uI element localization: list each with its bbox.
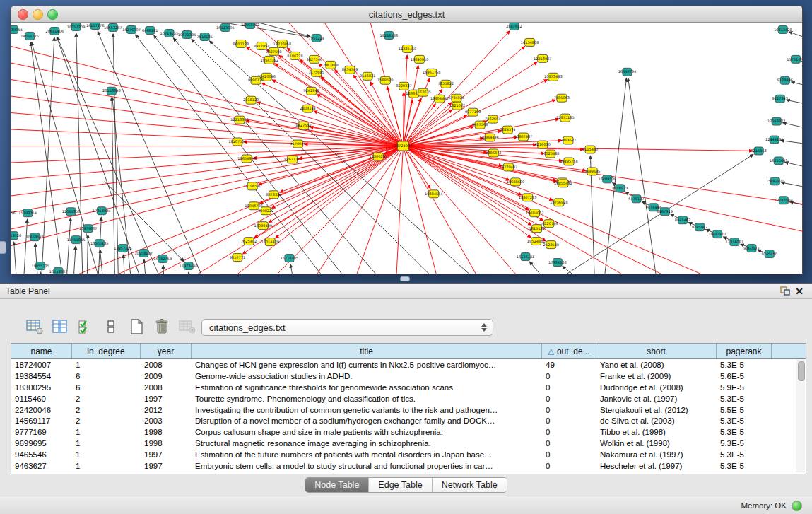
node-15751074[interactable]: 15751074 bbox=[787, 55, 802, 63]
node-19357309[interactable]: 19357309 bbox=[67, 23, 86, 30]
node-19196530[interactable]: 19196530 bbox=[243, 182, 261, 190]
node-9463627[interactable]: 9463627 bbox=[560, 136, 576, 144]
node-2803144[interactable]: 2803144 bbox=[300, 105, 315, 112]
node-16409539[interactable]: 16409539 bbox=[598, 175, 616, 183]
node-8878334[interactable]: 8878334 bbox=[266, 191, 281, 199]
node-9242848[interactable]: 9242848 bbox=[303, 87, 319, 95]
node-23206056[interactable]: 23206056 bbox=[11, 209, 16, 217]
node-16210643[interactable]: 16210643 bbox=[770, 157, 788, 165]
node-15123805[interactable]: 15123805 bbox=[216, 23, 235, 31]
node-1588520[interactable]: 1588520 bbox=[377, 76, 393, 84]
node-20691406[interactable]: 20691406 bbox=[46, 27, 64, 35]
node-9827546[interactable]: 9827546 bbox=[306, 55, 322, 63]
node-16648794[interactable]: 16648794 bbox=[618, 68, 637, 76]
tab-node-table[interactable]: Node Table bbox=[305, 478, 369, 492]
splitter-grip[interactable] bbox=[400, 276, 410, 281]
table-row[interactable]: 977716911998Corpus callosum shape and si… bbox=[11, 426, 806, 438]
node-19495758[interactable]: 19495758 bbox=[560, 158, 578, 165]
new-column-icon[interactable] bbox=[127, 317, 146, 336]
table-row[interactable]: 969969511998Structural magnetic resonanc… bbox=[11, 438, 806, 449]
table-row[interactable]: 911546021997Tourette syndrome. Phenomeno… bbox=[11, 393, 806, 404]
node-10975867[interactable]: 10975867 bbox=[79, 225, 98, 233]
node-7485063[interactable]: 7485063 bbox=[554, 94, 570, 102]
table-mode-icon[interactable] bbox=[25, 317, 44, 336]
node-20153346[interactable]: 20153346 bbox=[102, 87, 121, 95]
node-9227343[interactable]: 9227343 bbox=[772, 95, 788, 103]
delete-column-icon[interactable] bbox=[153, 317, 171, 336]
node-7955812[interactable]: 7955812 bbox=[438, 80, 454, 88]
node-8220337[interactable]: 8220337 bbox=[396, 82, 411, 90]
node-23130054[interactable]: 23130054 bbox=[11, 25, 23, 33]
node-10807487[interactable]: 10807487 bbox=[514, 133, 533, 141]
column-header-pagerank[interactable]: pagerank bbox=[717, 344, 772, 358]
node-10719155[interactable]: 10719155 bbox=[160, 29, 179, 37]
node-16213428[interactable]: 16213428 bbox=[774, 25, 792, 33]
tab-network-table[interactable]: Network Table bbox=[433, 478, 507, 492]
node-2887682[interactable]: 2887682 bbox=[506, 23, 522, 30]
node-18640910[interactable]: 18640910 bbox=[411, 55, 429, 63]
node-16136141[interactable]: 16136141 bbox=[517, 253, 535, 261]
node-17353934[interactable]: 17353934 bbox=[93, 207, 111, 215]
node-3175685[interactable]: 3175685 bbox=[309, 69, 324, 76]
node-9245092[interactable]: 9245092 bbox=[692, 223, 707, 231]
node-19684067[interactable]: 19684067 bbox=[526, 209, 544, 217]
node-11316091[interactable]: 11316091 bbox=[726, 238, 744, 246]
node-2718120[interactable]: 2718120 bbox=[243, 96, 259, 104]
node-12093877[interactable]: 12093877 bbox=[767, 117, 786, 125]
table-row[interactable]: 1872400712008Changes of HCN gene express… bbox=[11, 359, 806, 370]
node-10553087[interactable]: 10553087 bbox=[49, 268, 68, 274]
table-row[interactable]: 946554611997Estimation of the future num… bbox=[11, 449, 806, 460]
table-selector-dropdown[interactable]: citations_edges.txt bbox=[201, 319, 493, 336]
node-8941462[interactable]: 8941462 bbox=[675, 216, 690, 224]
node-2522540[interactable]: 2522540 bbox=[543, 241, 559, 249]
close-icon[interactable]: ✕ bbox=[792, 286, 806, 297]
scrollbar-thumb[interactable] bbox=[798, 361, 805, 381]
node-16157276[interactable]: 16157276 bbox=[86, 23, 105, 29]
node-7957224[interactable]: 7957224 bbox=[309, 34, 324, 42]
node-6216030[interactable]: 6216030 bbox=[535, 141, 551, 148]
node-6479197[interactable]: 6479197 bbox=[628, 195, 644, 203]
table-row[interactable]: 946362711997Embryonic stem cells: a mode… bbox=[11, 460, 806, 472]
node-9245450[interactable]: 9245450 bbox=[762, 250, 777, 258]
node-3624574[interactable]: 3624574 bbox=[500, 126, 515, 134]
panel-collapse-handle[interactable] bbox=[0, 241, 6, 254]
close-button[interactable] bbox=[18, 9, 28, 20]
node-15276007[interactable]: 15276007 bbox=[122, 25, 141, 33]
float-window-icon[interactable] bbox=[778, 286, 792, 297]
node-7625402[interactable]: 7625402 bbox=[241, 238, 257, 245]
node-16782759[interactable]: 16782759 bbox=[154, 255, 172, 263]
node-12975185[interactable]: 12975185 bbox=[556, 114, 575, 122]
node-9498222[interactable]: 9498222 bbox=[258, 207, 273, 215]
column-header-out_de[interactable]: △out_de... bbox=[542, 344, 596, 358]
node-19904448[interactable]: 19904448 bbox=[430, 95, 449, 103]
node-11325419[interactable]: 11325419 bbox=[399, 45, 417, 52]
node-19218586[interactable]: 19218586 bbox=[380, 31, 399, 39]
node-6497568[interactable]: 6497568 bbox=[472, 121, 488, 129]
node-19756928[interactable]: 19756928 bbox=[550, 199, 568, 206]
table-row[interactable]: 1830029562008Estimation of significance … bbox=[11, 382, 806, 393]
node-10025488[interactable]: 10025488 bbox=[541, 150, 560, 158]
node-4170046[interactable]: 4170046 bbox=[290, 140, 305, 148]
table-row[interactable]: 2242004622012Investigating the contribut… bbox=[11, 404, 806, 416]
node-18807293[interactable]: 18807293 bbox=[519, 194, 537, 201]
network-canvas[interactable]: 2313005414055725206914061935730916157276… bbox=[11, 23, 802, 274]
node-20653546[interactable]: 20653546 bbox=[25, 233, 44, 241]
delete-table-icon[interactable] bbox=[178, 317, 196, 336]
show-columns-icon[interactable] bbox=[51, 317, 69, 336]
node-9115460[interactable]: 9115460 bbox=[582, 146, 598, 153]
table-row[interactable]: 1456911722003Disruption of a novel membe… bbox=[11, 415, 806, 426]
node-9857771[interactable]: 9857771 bbox=[230, 254, 245, 262]
minimize-button[interactable] bbox=[33, 9, 43, 20]
node-16961758[interactable]: 16961758 bbox=[423, 69, 441, 76]
node-12213987[interactable]: 12213987 bbox=[534, 54, 552, 62]
node-19855492[interactable]: 19855492 bbox=[554, 180, 572, 187]
node-2967608[interactable]: 2967608 bbox=[323, 61, 339, 69]
node-3313026[interactable]: 3313026 bbox=[11, 232, 21, 240]
node-18063982[interactable]: 18063982 bbox=[241, 23, 259, 28]
node-18107554[interactable]: 18107554 bbox=[228, 138, 247, 146]
node-8454749[interactable]: 8454749 bbox=[342, 66, 358, 74]
node-15193054[interactable]: 15193054 bbox=[18, 209, 37, 217]
node-15716485[interactable]: 15716485 bbox=[281, 255, 299, 262]
node-19055135[interactable]: 19055135 bbox=[31, 262, 49, 270]
node-8601128[interactable]: 8601128 bbox=[233, 40, 249, 47]
